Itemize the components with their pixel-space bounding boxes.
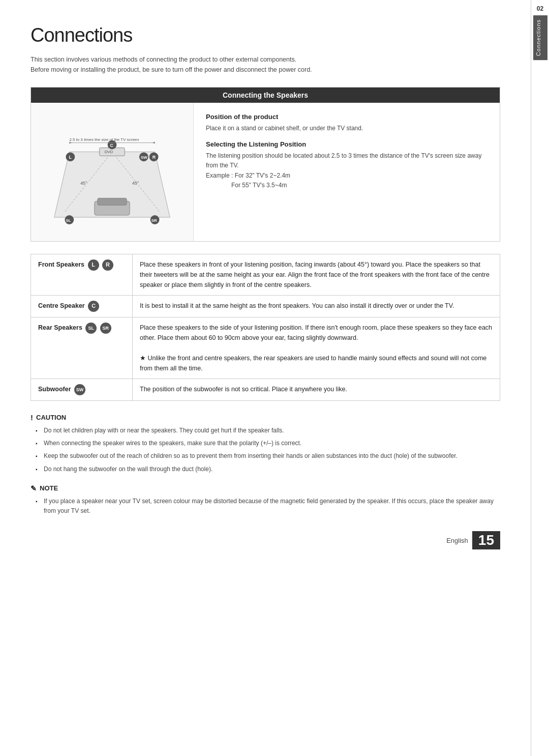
listening-body: The listening position should be located… (206, 151, 490, 190)
connecting-section: Connecting the Speakers 45° 45° (30, 87, 500, 242)
table-row: Subwoofer SW The position of the subwoof… (31, 379, 500, 401)
front-speakers-desc: Place these speakers in front of your li… (133, 254, 500, 296)
svg-rect-6 (98, 198, 127, 205)
caution-list: Do not let children play with or near th… (30, 426, 500, 474)
list-item: Keep the subwoofer out of the reach of c… (36, 451, 500, 461)
note-title: ✎ NOTE (30, 484, 500, 492)
front-speakers-label: Front Speakers L R (31, 254, 133, 296)
badge-SR: SR (100, 323, 111, 334)
caution-section: ! CAUTION Do not let children play with … (30, 413, 500, 474)
svg-text:45°: 45° (80, 181, 87, 186)
svg-marker-24 (152, 142, 155, 144)
badge-SL: SL (85, 323, 97, 334)
note-section: ✎ NOTE If you place a speaker near your … (30, 484, 500, 516)
badge-L: L (88, 259, 99, 271)
caution-icon: ! (30, 413, 33, 422)
svg-text:L: L (69, 155, 72, 160)
svg-text:R: R (152, 155, 156, 160)
list-item: Do not let children play with or near th… (36, 426, 500, 435)
badge-R: R (102, 259, 113, 271)
page-footer: English 15 (30, 531, 500, 549)
list-item: When connecting the speaker wires to the… (36, 439, 500, 448)
badge-SW: SW (74, 384, 85, 395)
badge-C: C (88, 301, 99, 312)
diagram-area: 45° 45° DVD C SW (31, 103, 194, 241)
svg-text:DVD: DVD (105, 150, 113, 154)
note-list: If you place a speaker near your TV set,… (30, 497, 500, 516)
svg-text:45°: 45° (132, 181, 139, 186)
table-row: Centre Speaker C It is best to install i… (31, 296, 500, 317)
intro-text: This section involves various methods of… (30, 54, 500, 75)
speaker-table: Front Speakers L R Place these speakers … (30, 254, 500, 401)
svg-text:C: C (110, 143, 114, 148)
svg-marker-23 (69, 142, 72, 144)
subwoofer-label: Subwoofer SW (31, 379, 133, 401)
list-item: If you place a speaker near your TV set,… (36, 497, 500, 516)
rear-speakers-desc: Place these speakers to the side of your… (133, 317, 500, 379)
table-row: Rear Speakers SL SR Place these speakers… (31, 317, 500, 379)
page-container: Connections This section involves variou… (0, 0, 549, 756)
page-number: 15 (472, 531, 500, 549)
page-title: Connections (30, 24, 500, 46)
note-icon: ✎ (30, 484, 37, 492)
speaker-diagram: 45° 45° DVD C SW (39, 111, 185, 233)
footer-language: English (446, 537, 468, 544)
listening-title: Selecting the Listening Position (206, 140, 490, 148)
position-info: Position of the product Place it on a st… (194, 103, 500, 241)
rear-speakers-label: Rear Speakers SL SR (31, 317, 133, 379)
side-tab: 02 Connections (531, 0, 549, 756)
side-tab-label: Connections (533, 15, 547, 60)
main-content: Connections This section involves variou… (0, 0, 531, 756)
centre-speaker-label: Centre Speaker C (31, 296, 133, 317)
svg-text:SR: SR (151, 218, 157, 223)
svg-text:SL: SL (66, 218, 71, 223)
list-item: Do not hang the subwoofer on the wall th… (36, 464, 500, 474)
connecting-body: 45° 45° DVD C SW (31, 103, 500, 241)
svg-text:2.5 to 3 times the size of the: 2.5 to 3 times the size of the TV screen (69, 137, 139, 142)
centre-speaker-desc: It is best to install it at the same hei… (133, 296, 500, 317)
table-row: Front Speakers L R Place these speakers … (31, 254, 500, 296)
caution-title: ! CAUTION (30, 413, 500, 422)
position-body: Place it on a stand or cabinet shelf, or… (206, 124, 490, 133)
section-header: Connecting the Speakers (31, 88, 500, 103)
svg-text:SW: SW (141, 155, 147, 160)
position-title: Position of the product (206, 113, 490, 121)
side-tab-number: 02 (537, 5, 543, 12)
subwoofer-desc: The position of the subwoofer is not so … (133, 379, 500, 401)
